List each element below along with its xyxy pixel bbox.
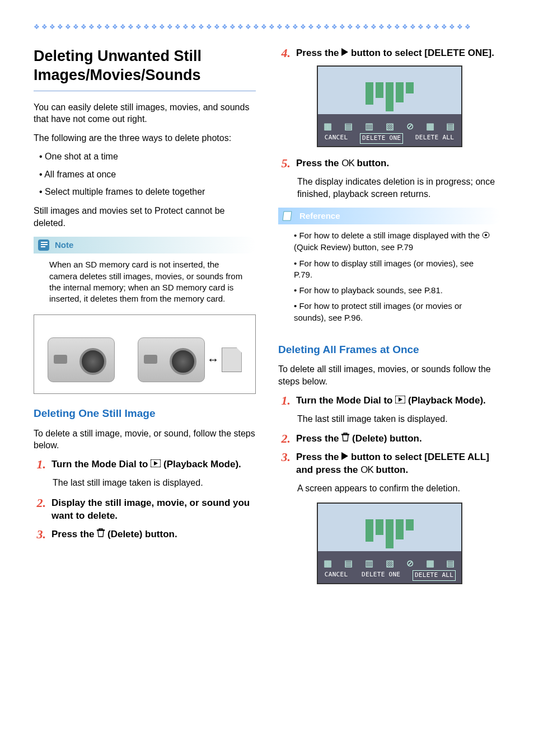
section-intro: To delete a still image, movie, or sound…: [34, 428, 256, 452]
thumb-icon: ▦: [426, 120, 434, 133]
playback-icon: [151, 458, 161, 471]
svg-rect-2: [41, 244, 48, 245]
note-header: Note: [34, 237, 256, 253]
thumb-icon: ▥: [365, 120, 373, 133]
svg-marker-6: [341, 48, 348, 56]
two-column-layout: Deleting Unwanted Still Images/Movies/So…: [34, 47, 500, 594]
right-arrow-icon: [341, 47, 348, 60]
ok-icon: OK: [341, 157, 354, 170]
step-number: 2.: [34, 497, 46, 523]
lcd-screenshot-delete-one: ▦ ▤ ▥ ▧ ⊘ ▦ ▤ CANCEL DELETE ONE DELETE A…: [317, 65, 462, 147]
step-2b: 2. Press the (Delete) button.: [278, 433, 500, 445]
reference-item: For how to delete a still image displaye…: [294, 230, 494, 253]
screenshot-delete-all: DELETE ALL: [414, 133, 456, 144]
screenshot-delete-all: DELETE ALL: [413, 570, 456, 581]
section-heading: Deleting All Frames at Once: [278, 342, 500, 357]
screenshot-delete-one: DELETE ONE: [360, 570, 402, 581]
svg-rect-3: [41, 246, 45, 247]
reference-item: For how to playback sounds, see P.81.: [294, 285, 494, 296]
step-number: 2.: [278, 433, 291, 445]
step-number: 4.: [278, 47, 291, 60]
thumb-icon: ▤: [344, 120, 353, 133]
thumb-icon: ▤: [446, 120, 455, 133]
reference-body: For how to delete a still image displaye…: [278, 224, 500, 330]
intro-bullet: Select multiple frames to delete togethe…: [39, 186, 256, 198]
step-2: 2. Display the still image, movie, or so…: [34, 497, 256, 523]
reference-item: For how to protect still images (or movi…: [294, 300, 494, 323]
step-description: The last still image taken is displayed.: [297, 413, 500, 425]
step-description: The display indicates deletion is in pro…: [297, 176, 500, 200]
intro-bullet: All frames at once: [39, 168, 256, 181]
camera-illustration: ↔: [34, 314, 256, 394]
trash-icon: [97, 528, 105, 541]
trash-icon: [341, 433, 349, 445]
step-3b: 3. Press the button to select [DELETE AL…: [278, 451, 500, 477]
thumb-icon: ▥: [365, 557, 373, 570]
reference-icon: [280, 208, 296, 224]
svg-point-8: [485, 234, 487, 236]
reference-callout: Reference For how to delete a still imag…: [278, 208, 500, 330]
lcd-screenshot-delete-all: ▦ ▤ ▥ ▧ ⊘ ▦ ▤ CANCEL DELETE ONE DELETE A…: [317, 503, 462, 584]
step-text: Press the (Delete) button.: [296, 433, 500, 445]
step-number: 1.: [34, 458, 46, 471]
step-description: A screen appears to confirm the deletion…: [297, 482, 500, 495]
quick-review-icon: [482, 231, 490, 242]
page-title: Deleting Unwanted Still Images/Movies/So…: [34, 47, 256, 91]
note-callout: Note When an SD memory card is not inser…: [34, 237, 256, 307]
intro-paragraph-3: Still images and movies set to Protect c…: [34, 205, 256, 229]
arrow-icon: ↔: [205, 351, 222, 368]
thumb-icon: ▧: [386, 120, 394, 133]
camera-icon: [138, 337, 205, 382]
step-text: Display the still image, movie, or sound…: [51, 497, 256, 523]
step-number: 3.: [34, 528, 46, 541]
step-text: Turn the Mode Dial to (Playback Mode).: [51, 458, 256, 471]
thumb-icon: ⊘: [406, 557, 414, 570]
step-number: 1.: [278, 395, 291, 407]
note-label: Note: [55, 240, 73, 251]
step-1b: 1. Turn the Mode Dial to (Playback Mode)…: [278, 395, 500, 407]
step-1: 1. Turn the Mode Dial to (Playback Mode)…: [34, 458, 256, 471]
svg-marker-5: [154, 461, 158, 466]
intro-paragraph-1: You can easily delete still images, movi…: [34, 101, 256, 125]
intro-bullet-list: One shot at a time All frames at once Se…: [39, 151, 256, 198]
right-column: 4. Press the button to select [DELETE ON…: [278, 47, 500, 594]
screenshot-delete-one: DELETE ONE: [360, 133, 403, 144]
thumb-icon: ▦: [426, 557, 434, 570]
screenshot-cancel: CANCEL: [323, 570, 350, 581]
section-intro: To delete all still images, movies, or s…: [278, 363, 500, 387]
note-body: When an SD memory card is not inserted, …: [34, 253, 256, 307]
step-text: Press the button to select [DELETE ONE].: [296, 47, 500, 60]
step-4: 4. Press the button to select [DELETE ON…: [278, 47, 500, 60]
playback-icon: [395, 395, 405, 407]
decorative-border: ❖❖❖❖❖❖❖❖❖❖❖❖❖❖❖❖❖❖❖❖❖❖❖❖❖❖❖❖❖❖❖❖❖❖❖❖❖❖❖❖…: [34, 22, 500, 30]
reference-item: For how to display still images (or movi…: [294, 258, 494, 281]
intro-paragraph-2: The following are the three ways to dele…: [34, 132, 256, 144]
thumb-icon: ▧: [386, 557, 394, 570]
svg-rect-1: [41, 242, 48, 243]
note-icon: [36, 237, 51, 253]
right-arrow-icon: [341, 451, 348, 464]
intro-bullet: One shot at a time: [39, 151, 256, 163]
thumb-icon: ▤: [344, 557, 353, 570]
step-description: The last still image taken is displayed.: [53, 477, 256, 489]
step-number: 5.: [278, 157, 291, 170]
camera-icon: [48, 337, 115, 382]
thumb-icon: ⊘: [406, 120, 414, 133]
svg-marker-10: [399, 397, 402, 402]
left-column: Deleting Unwanted Still Images/Movies/So…: [34, 47, 256, 594]
step-3: 3. Press the (Delete) button.: [34, 528, 256, 541]
screenshot-cancel: CANCEL: [323, 133, 350, 144]
step-text: Turn the Mode Dial to (Playback Mode).: [296, 395, 500, 407]
step-text: Press the button to select [DELETE ALL] …: [296, 451, 500, 477]
svg-marker-11: [341, 452, 348, 460]
section-heading: Deleting One Still Image: [34, 406, 256, 421]
thumb-icon: ▦: [324, 120, 332, 133]
sd-card-icon: [222, 348, 242, 372]
thumb-icon: ▤: [446, 557, 455, 570]
step-number: 3.: [278, 451, 291, 477]
ok-icon: OK: [360, 464, 373, 477]
step-text: Press the OK button.: [296, 157, 500, 170]
step-text: Press the (Delete) button.: [51, 528, 256, 541]
step-5: 5. Press the OK button.: [278, 157, 500, 170]
reference-header: Reference: [278, 208, 500, 224]
